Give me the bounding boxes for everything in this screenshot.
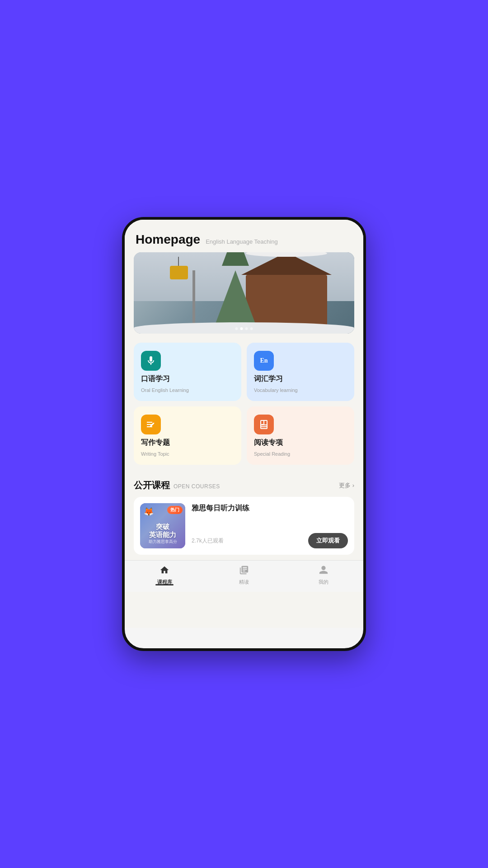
banner: [134, 252, 354, 334]
oral-icon: [141, 351, 161, 371]
oral-sub: Oral English Learning: [141, 387, 234, 393]
screen: Homepage English Language Teaching: [125, 220, 363, 628]
dot-2: [240, 327, 243, 330]
courses-title-en: OPEN COURSES: [174, 483, 220, 490]
writing-icon: [141, 415, 161, 434]
dot-4: [250, 327, 253, 330]
category-card-oral[interactable]: 口语学习 Oral English Learning: [134, 343, 241, 401]
nav-item-courses[interactable]: 课程库: [125, 565, 204, 585]
profile-nav-label: 我的: [319, 579, 328, 585]
reading-nav-icon: [239, 565, 249, 577]
nav-item-profile[interactable]: 我的: [284, 565, 363, 585]
vocab-sub: Vocabulary learning: [254, 387, 347, 393]
bottom-nav: 课程库 精读 我的: [125, 560, 363, 592]
section-title-group: 公开课程 OPEN COURSES: [134, 479, 220, 491]
reading-name: 阅读专项: [254, 438, 347, 448]
category-card-vocab[interactable]: En 词汇学习 Vocabulary learning: [247, 343, 354, 401]
thumb-icon: 🦊: [144, 507, 154, 517]
banner-dots: [235, 327, 253, 330]
home-icon: [160, 565, 169, 577]
watch-button[interactable]: 立即观看: [308, 533, 348, 548]
writing-sub: Writing Topic: [141, 451, 234, 457]
course-footer: 2.7k人已观看 立即观看: [192, 533, 348, 548]
category-card-reading[interactable]: 阅读专项 Special Reading: [247, 406, 354, 465]
hot-badge: 热门: [167, 506, 183, 514]
more-link[interactable]: 更多 ›: [339, 481, 354, 490]
phone-shell: Homepage English Language Teaching: [122, 217, 366, 651]
nav-item-reading[interactable]: 精读: [204, 565, 284, 585]
category-card-writing[interactable]: 写作专题 Writing Topic: [134, 406, 241, 465]
course-title: 雅思每日听力训练: [192, 503, 348, 513]
reading-nav-label: 精读: [239, 579, 249, 585]
oral-name: 口语学习: [141, 374, 234, 384]
course-thumbnail: 热门 🦊 突破英语能力 助力雅思拿高分: [140, 503, 185, 548]
thumb-overlay: 突破英语能力 助力雅思拿高分: [140, 523, 185, 545]
reading-sub: Special Reading: [254, 451, 347, 457]
course-card-1[interactable]: 热门 🦊 突破英语能力 助力雅思拿高分 雅思每日听力训练 2.7k人已观看 立即…: [134, 497, 354, 555]
vocab-icon: En: [254, 351, 274, 371]
banner-tree: [215, 270, 256, 325]
open-courses-header: 公开课程 OPEN COURSES 更多 ›: [125, 472, 363, 497]
reading-icon: [254, 415, 274, 434]
page-title: Homepage: [136, 232, 200, 247]
writing-name: 写作专题: [141, 438, 234, 448]
thumb-big-text: 突破英语能力: [140, 523, 185, 539]
course-info: 雅思每日听力训练 2.7k人已观看 立即观看: [192, 503, 348, 548]
banner-cable-car: [170, 266, 188, 279]
nav-indicator: [155, 584, 174, 585]
thumb-small-text: 助力雅思拿高分: [140, 539, 185, 545]
banner-scene: [134, 252, 354, 334]
vocab-name: 词汇学习: [254, 374, 347, 384]
profile-nav-icon: [319, 565, 328, 577]
dot-1: [235, 327, 238, 330]
header: Homepage English Language Teaching: [125, 220, 363, 252]
dot-3: [245, 327, 248, 330]
category-grid: 口语学习 Oral English Learning En 词汇学习 Vocab…: [134, 343, 354, 465]
courses-title-zh: 公开课程: [134, 479, 170, 491]
header-subtitle: English Language Teaching: [206, 238, 278, 245]
course-viewers: 2.7k人已观看: [192, 537, 224, 545]
